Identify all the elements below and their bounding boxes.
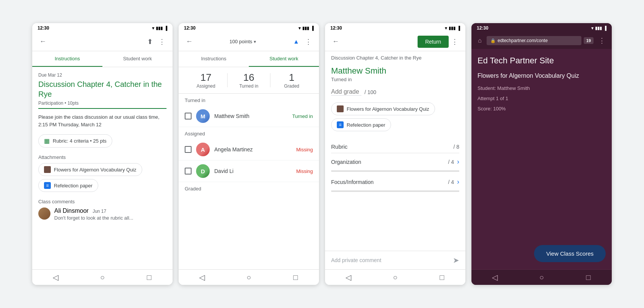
student-name-david: David Li bbox=[214, 168, 292, 174]
attachment-label-1: Flowers for Algernon Vocabulary Quiz bbox=[54, 167, 137, 173]
checkbox-matthew[interactable] bbox=[185, 113, 192, 119]
home-browser-icon[interactable]: ⌂ bbox=[475, 36, 484, 45]
student-name-detail: Matthew Smith bbox=[331, 66, 459, 76]
table-row-david[interactable]: D David Li Missing bbox=[179, 160, 319, 182]
rubric-pill[interactable]: ▦ Rubric: 4 criteria • 25 pts bbox=[38, 134, 112, 148]
graded-num: 1 bbox=[270, 72, 313, 83]
wifi-icon: ▾ bbox=[152, 26, 154, 31]
comment-author: Ali Dinsmoor bbox=[54, 207, 89, 214]
nav-recents-4[interactable]: □ bbox=[584, 273, 593, 282]
chevron-icon-2: › bbox=[457, 178, 459, 186]
url-bar[interactable]: 🔒 edtechpartner.com/conte bbox=[487, 36, 581, 45]
share-button-1[interactable]: ⬆ bbox=[144, 36, 156, 48]
lock-icon: 🔒 bbox=[490, 38, 496, 43]
graded-lbl: Graded bbox=[270, 83, 313, 89]
criterion-bar-2 bbox=[331, 191, 459, 192]
rubric-section: Rubric / 8 Organization / 4 › Focus/Info… bbox=[325, 137, 465, 196]
signal-icon: ▮▮▮ bbox=[156, 26, 163, 31]
nav-back-4[interactable]: ◁ bbox=[490, 273, 499, 282]
stat-graded: 1 Graded bbox=[270, 72, 313, 89]
more-button-1[interactable]: ⋮ bbox=[156, 36, 168, 48]
table-row-matthew[interactable]: M Matthew Smith Turned in bbox=[179, 105, 319, 127]
checkbox-david[interactable] bbox=[185, 168, 192, 174]
doc-icon-3: ≡ bbox=[337, 121, 344, 128]
send-icon[interactable]: ➤ bbox=[453, 256, 459, 265]
tab-count[interactable]: 19 bbox=[584, 37, 594, 44]
tab-instructions-2[interactable]: Instructions bbox=[179, 51, 249, 67]
nav-home-1[interactable]: ○ bbox=[98, 273, 107, 282]
section-turned-in: Turned in bbox=[179, 94, 319, 105]
time-1: 12:30 bbox=[38, 25, 49, 31]
criterion-name-1: Organization bbox=[331, 159, 361, 165]
checkbox-angela[interactable] bbox=[185, 146, 192, 153]
status-matthew: Turned in bbox=[292, 113, 313, 119]
battery-icon-3: ▐ bbox=[457, 26, 460, 30]
points-dropdown-icon[interactable]: ▾ bbox=[254, 39, 256, 44]
quiz-title: Flowers for Algernon Vocabulary Quiz bbox=[478, 72, 606, 79]
battery-icon-2: ▐ bbox=[311, 26, 314, 30]
avatar-angela: A bbox=[196, 143, 210, 156]
nav-recents-3[interactable]: □ bbox=[437, 273, 446, 282]
assigned-num: 17 bbox=[185, 72, 227, 83]
nav-home-4[interactable]: ○ bbox=[537, 273, 546, 282]
view-class-scores-button[interactable]: View Class Scores bbox=[534, 245, 606, 262]
more-button-3[interactable]: ⋮ bbox=[449, 36, 461, 48]
private-comment-row: Add private comment ➤ bbox=[325, 251, 465, 269]
comment-text: Don't forget to look at the rubric all..… bbox=[54, 215, 166, 221]
phone-3: 12:30 ▾ ▮▮▮ ▐ ← Return ⋮ Discussion Chap… bbox=[325, 23, 465, 285]
more-button-2[interactable]: ⋮ bbox=[302, 36, 314, 48]
rubric-title: Rubric bbox=[331, 143, 347, 150]
status-icons-2: ▾ ▮▮▮ ▐ bbox=[298, 26, 314, 31]
grade-input[interactable] bbox=[331, 88, 361, 96]
url-text: edtechpartner.com/conte bbox=[498, 38, 548, 43]
attachment-1[interactable]: Flowers for Algernon Vocabulary Quiz bbox=[38, 163, 142, 176]
more-button-4[interactable]: ⋮ bbox=[596, 35, 608, 47]
time-4: 12:30 bbox=[477, 25, 488, 31]
phone-2: 12:30 ▾ ▮▮▮ ▐ ← 100 points ▾ ▲ ⋮ Instruc… bbox=[179, 23, 319, 285]
attachment-icon-2: ≡ bbox=[44, 182, 51, 189]
criterion-pts-2: / 4 › bbox=[448, 178, 459, 186]
tab-student-work-1[interactable]: Student work bbox=[102, 51, 173, 67]
table-row-angela[interactable]: A Angela Martinez Missing bbox=[179, 139, 319, 160]
dark-content: Ed Tech Partner Site Flowers for Algerno… bbox=[471, 49, 612, 269]
back-button-2[interactable]: ← bbox=[183, 36, 195, 48]
class-comments-label: Class comments bbox=[38, 199, 166, 204]
nav-recents-1[interactable]: □ bbox=[145, 273, 154, 282]
criterion-name-2: Focus/Information bbox=[331, 179, 374, 185]
commenter-avatar bbox=[38, 207, 50, 220]
nav-recents-2[interactable]: □ bbox=[291, 273, 300, 282]
avatar-matthew: M bbox=[196, 109, 210, 123]
criterion-organization[interactable]: Organization / 4 › bbox=[331, 153, 459, 171]
status-bar-3: 12:30 ▾ ▮▮▮ ▐ bbox=[325, 23, 465, 32]
due-date: Due Mar 12 bbox=[38, 72, 166, 78]
attachment-pill-2[interactable]: ≡ Refelection paper bbox=[331, 118, 391, 131]
nav-back-1[interactable]: ◁ bbox=[51, 273, 60, 282]
tab-instructions-1[interactable]: Instructions bbox=[32, 51, 102, 67]
tabs-2: Instructions Student work bbox=[179, 51, 319, 67]
attachment-2[interactable]: ≡ Refelection paper bbox=[38, 179, 98, 192]
green-underline bbox=[38, 108, 166, 109]
attachment-icon-1 bbox=[44, 166, 51, 173]
turned-in-num: 16 bbox=[228, 72, 270, 83]
description-1: Please join the class discussion at our … bbox=[38, 113, 166, 128]
nav-back-3[interactable]: ◁ bbox=[344, 273, 353, 282]
nav-home-2[interactable]: ○ bbox=[244, 273, 253, 282]
signal-icon-2: ▮▮▮ bbox=[302, 26, 309, 31]
return-button[interactable]: Return bbox=[418, 36, 449, 48]
tab-student-work-2[interactable]: Student work bbox=[249, 51, 319, 67]
attachment-pill-1[interactable]: Flowers for Algernon Vocabulary Quiz bbox=[331, 102, 435, 115]
signal-icon-4: ▮▮▮ bbox=[595, 26, 602, 31]
nav-back-2[interactable]: ◁ bbox=[198, 273, 207, 282]
phone-1: 12:30 ▾ ▮▮▮ ▐ ← ⬆ ⋮ Instructions Student… bbox=[32, 23, 173, 285]
quiz-icon-3 bbox=[337, 105, 344, 112]
criterion-focus[interactable]: Focus/Information / 4 › bbox=[331, 173, 459, 191]
add-comment-label[interactable]: Add private comment bbox=[331, 257, 450, 263]
back-button-1[interactable]: ← bbox=[37, 36, 49, 48]
student-name-matthew: Matthew Smith bbox=[214, 113, 288, 119]
score-info: Score: 100% bbox=[478, 105, 606, 113]
nav-bar-3: ◁ ○ □ bbox=[325, 269, 465, 285]
back-button-3[interactable]: ← bbox=[330, 36, 342, 48]
drive-button-2[interactable]: ▲ bbox=[290, 36, 302, 48]
rubric-label: Rubric: 4 criteria • 25 pts bbox=[53, 138, 107, 144]
nav-home-3[interactable]: ○ bbox=[391, 273, 400, 282]
